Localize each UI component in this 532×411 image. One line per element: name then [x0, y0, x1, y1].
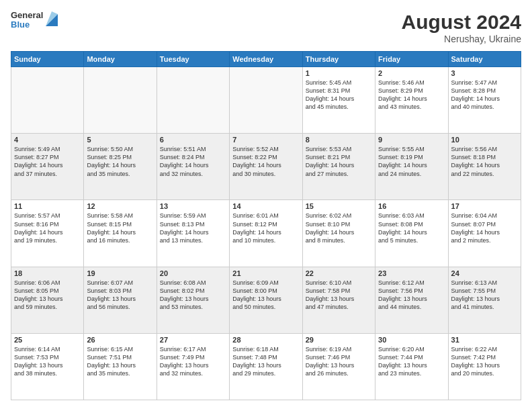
- day-info: Sunrise: 6:01 AMSunset: 8:12 PMDaylight:…: [232, 212, 299, 244]
- logo-text: General Blue: [11, 11, 43, 30]
- day-cell-18: 18Sunrise: 6:06 AMSunset: 8:05 PMDayligh…: [11, 267, 84, 333]
- weekday-header-row: SundayMondayTuesdayWednesdayThursdayFrid…: [11, 52, 521, 67]
- week-row-1: 1Sunrise: 5:45 AMSunset: 8:31 PMDaylight…: [11, 67, 521, 134]
- day-info: Sunrise: 5:58 AMSunset: 8:15 PMDaylight:…: [87, 212, 153, 244]
- title-block: August 2024 Nerushay, Ukraine: [402, 11, 521, 44]
- day-number: 7: [232, 136, 299, 144]
- day-number: 25: [14, 336, 81, 344]
- day-cell-5: 5Sunrise: 5:50 AMSunset: 8:25 PMDaylight…: [84, 134, 157, 200]
- week-row-3: 11Sunrise: 5:57 AMSunset: 8:16 PMDayligh…: [11, 200, 521, 267]
- day-cell-25: 25Sunrise: 6:14 AMSunset: 7:53 PMDayligh…: [11, 333, 84, 400]
- logo-icon: [46, 11, 58, 26]
- day-info: Sunrise: 6:15 AMSunset: 7:51 PMDaylight:…: [87, 345, 153, 378]
- day-info: Sunrise: 5:57 AMSunset: 8:16 PMDaylight:…: [14, 212, 81, 244]
- header: General Blue August 2024 Nerushay, Ukrai…: [11, 11, 521, 44]
- day-info: Sunrise: 5:47 AMSunset: 8:28 PMDaylight:…: [451, 79, 518, 111]
- week-row-4: 18Sunrise: 6:06 AMSunset: 8:05 PMDayligh…: [11, 267, 521, 333]
- weekday-header-monday: Monday: [84, 52, 157, 67]
- day-info: Sunrise: 5:49 AMSunset: 8:27 PMDaylight:…: [14, 145, 81, 178]
- week-row-5: 25Sunrise: 6:14 AMSunset: 7:53 PMDayligh…: [11, 333, 521, 400]
- day-number: 3: [451, 69, 518, 77]
- day-info: Sunrise: 6:17 AMSunset: 7:49 PMDaylight:…: [160, 345, 226, 378]
- day-info: Sunrise: 6:04 AMSunset: 8:07 PMDaylight:…: [451, 212, 518, 244]
- day-info: Sunrise: 6:08 AMSunset: 8:02 PMDaylight:…: [160, 279, 226, 312]
- day-info: Sunrise: 6:02 AMSunset: 8:10 PMDaylight:…: [306, 212, 372, 244]
- day-number: 20: [160, 269, 226, 277]
- day-number: 17: [451, 202, 518, 210]
- weekday-header-friday: Friday: [375, 52, 448, 67]
- day-info: Sunrise: 5:55 AMSunset: 8:19 PMDaylight:…: [378, 145, 445, 178]
- day-cell-3: 3Sunrise: 5:47 AMSunset: 8:28 PMDaylight…: [448, 67, 521, 134]
- day-cell-17: 17Sunrise: 6:04 AMSunset: 8:07 PMDayligh…: [448, 200, 521, 267]
- day-cell-13: 13Sunrise: 5:59 AMSunset: 8:13 PMDayligh…: [157, 200, 229, 267]
- day-cell-26: 26Sunrise: 6:15 AMSunset: 7:51 PMDayligh…: [84, 333, 157, 400]
- day-info: Sunrise: 6:06 AMSunset: 8:05 PMDaylight:…: [14, 279, 81, 312]
- day-number: 21: [232, 269, 299, 277]
- week-row-2: 4Sunrise: 5:49 AMSunset: 8:27 PMDaylight…: [11, 134, 521, 200]
- empty-cell: [11, 67, 84, 134]
- day-number: 11: [14, 202, 81, 210]
- day-number: 5: [87, 136, 153, 144]
- day-info: Sunrise: 6:14 AMSunset: 7:53 PMDaylight:…: [14, 345, 81, 378]
- day-number: 4: [14, 136, 81, 144]
- day-cell-30: 30Sunrise: 6:20 AMSunset: 7:44 PMDayligh…: [375, 333, 448, 400]
- day-cell-6: 6Sunrise: 5:51 AMSunset: 8:24 PMDaylight…: [157, 134, 229, 200]
- day-cell-22: 22Sunrise: 6:10 AMSunset: 7:58 PMDayligh…: [302, 267, 375, 333]
- empty-cell: [157, 67, 229, 134]
- day-cell-29: 29Sunrise: 6:19 AMSunset: 7:46 PMDayligh…: [302, 333, 375, 400]
- day-info: Sunrise: 5:53 AMSunset: 8:21 PMDaylight:…: [306, 145, 372, 178]
- day-info: Sunrise: 6:19 AMSunset: 7:46 PMDaylight:…: [306, 345, 372, 378]
- day-info: Sunrise: 6:18 AMSunset: 7:48 PMDaylight:…: [232, 345, 299, 378]
- location: Nerushay, Ukraine: [402, 34, 521, 44]
- weekday-header-sunday: Sunday: [11, 52, 84, 67]
- day-number: 29: [306, 336, 372, 344]
- day-info: Sunrise: 5:56 AMSunset: 8:18 PMDaylight:…: [451, 145, 518, 178]
- day-cell-20: 20Sunrise: 6:08 AMSunset: 8:02 PMDayligh…: [157, 267, 229, 333]
- day-number: 14: [232, 202, 299, 210]
- day-number: 16: [378, 202, 445, 210]
- day-number: 15: [306, 202, 372, 210]
- day-info: Sunrise: 6:03 AMSunset: 8:08 PMDaylight:…: [378, 212, 445, 244]
- day-cell-28: 28Sunrise: 6:18 AMSunset: 7:48 PMDayligh…: [230, 333, 302, 400]
- empty-cell: [84, 67, 157, 134]
- day-number: 30: [378, 336, 445, 344]
- day-info: Sunrise: 6:20 AMSunset: 7:44 PMDaylight:…: [378, 345, 445, 378]
- page: General Blue August 2024 Nerushay, Ukrai…: [0, 0, 532, 411]
- day-cell-8: 8Sunrise: 5:53 AMSunset: 8:21 PMDaylight…: [302, 134, 375, 200]
- day-cell-27: 27Sunrise: 6:17 AMSunset: 7:49 PMDayligh…: [157, 333, 229, 400]
- day-number: 27: [160, 336, 226, 344]
- day-info: Sunrise: 6:10 AMSunset: 7:58 PMDaylight:…: [306, 279, 372, 312]
- day-number: 26: [87, 336, 153, 344]
- month-year: August 2024: [402, 11, 521, 34]
- day-cell-31: 31Sunrise: 6:22 AMSunset: 7:42 PMDayligh…: [448, 333, 521, 400]
- day-number: 24: [451, 269, 518, 277]
- day-info: Sunrise: 5:59 AMSunset: 8:13 PMDaylight:…: [160, 212, 226, 244]
- weekday-header-tuesday: Tuesday: [157, 52, 229, 67]
- day-cell-16: 16Sunrise: 6:03 AMSunset: 8:08 PMDayligh…: [375, 200, 448, 267]
- day-number: 23: [378, 269, 445, 277]
- day-info: Sunrise: 6:09 AMSunset: 8:00 PMDaylight:…: [232, 279, 299, 312]
- day-cell-1: 1Sunrise: 5:45 AMSunset: 8:31 PMDaylight…: [302, 67, 375, 134]
- day-info: Sunrise: 5:51 AMSunset: 8:24 PMDaylight:…: [160, 145, 226, 178]
- weekday-header-thursday: Thursday: [302, 52, 375, 67]
- day-info: Sunrise: 5:50 AMSunset: 8:25 PMDaylight:…: [87, 145, 153, 178]
- day-info: Sunrise: 6:07 AMSunset: 8:03 PMDaylight:…: [87, 279, 153, 312]
- day-info: Sunrise: 5:45 AMSunset: 8:31 PMDaylight:…: [306, 79, 372, 111]
- day-cell-9: 9Sunrise: 5:55 AMSunset: 8:19 PMDaylight…: [375, 134, 448, 200]
- day-info: Sunrise: 5:52 AMSunset: 8:22 PMDaylight:…: [232, 145, 299, 178]
- weekday-header-wednesday: Wednesday: [230, 52, 302, 67]
- day-cell-14: 14Sunrise: 6:01 AMSunset: 8:12 PMDayligh…: [230, 200, 302, 267]
- day-cell-21: 21Sunrise: 6:09 AMSunset: 8:00 PMDayligh…: [230, 267, 302, 333]
- day-number: 31: [451, 336, 518, 344]
- day-cell-12: 12Sunrise: 5:58 AMSunset: 8:15 PMDayligh…: [84, 200, 157, 267]
- day-cell-23: 23Sunrise: 6:12 AMSunset: 7:56 PMDayligh…: [375, 267, 448, 333]
- day-info: Sunrise: 5:46 AMSunset: 8:29 PMDaylight:…: [378, 79, 445, 111]
- logo: General Blue: [11, 11, 58, 30]
- day-info: Sunrise: 6:22 AMSunset: 7:42 PMDaylight:…: [451, 345, 518, 378]
- day-cell-15: 15Sunrise: 6:02 AMSunset: 8:10 PMDayligh…: [302, 200, 375, 267]
- day-number: 6: [160, 136, 226, 144]
- weekday-header-saturday: Saturday: [448, 52, 521, 67]
- day-info: Sunrise: 6:13 AMSunset: 7:55 PMDaylight:…: [451, 279, 518, 312]
- day-number: 22: [306, 269, 372, 277]
- day-cell-4: 4Sunrise: 5:49 AMSunset: 8:27 PMDaylight…: [11, 134, 84, 200]
